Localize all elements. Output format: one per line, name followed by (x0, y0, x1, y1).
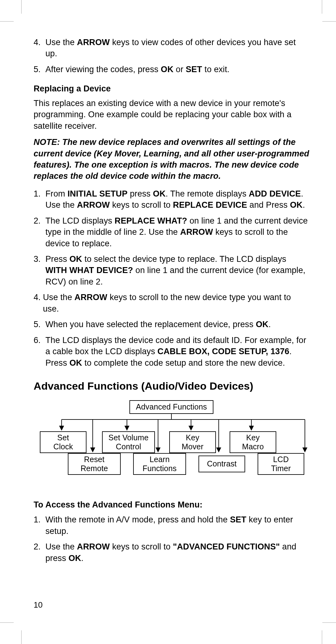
crop-mark (21, 0, 22, 14)
list-number: 1. (34, 514, 41, 525)
list-item: 4.Use the ARROW keys to scroll to the ne… (34, 292, 309, 314)
crop-mark (322, 0, 322, 14)
diagram-box-root: Advanced Functions (129, 400, 213, 414)
list-item: 3.Press OK to select the device type to … (34, 253, 309, 287)
crop-mark (322, 21, 336, 22)
heading-access-menu: To Access the Advanced Functions Menu: (34, 499, 309, 510)
list-item: 2.Use the ARROW keys to scroll to "ADVAN… (34, 541, 309, 564)
list-item: 5.When you have selected the replacement… (34, 319, 309, 330)
crop-mark (0, 21, 14, 22)
manual-page: 4.Use the ARROW keys to view codes of ot… (0, 0, 336, 644)
list-number: 5. (34, 319, 41, 330)
crop-mark (21, 630, 22, 644)
page-content: 4.Use the ARROW keys to view codes of ot… (34, 37, 309, 568)
list-item: 2.The LCD displays REPLACE WHAT? on line… (34, 215, 309, 249)
list-item: 6.The LCD displays the device code and i… (34, 335, 309, 368)
crop-mark (0, 622, 14, 623)
diagram-advanced-functions: Advanced Functions Set Clock Set Volume … (34, 400, 309, 490)
list-number: 3. (34, 253, 41, 265)
steps-list-view-codes: 4.Use the ARROW keys to view codes of ot… (34, 37, 309, 75)
paragraph-replacing-intro: This replaces an existing device with a … (34, 98, 309, 132)
diagram-box-key-macro: Key Macro (230, 431, 276, 453)
note-replace-device: NOTE: The new device replaces and overwr… (34, 137, 309, 182)
diagram-box-lcd-timer: LCD Timer (258, 453, 304, 475)
page-number: 10 (34, 600, 43, 610)
diagram-box-set-clock: Set Clock (40, 431, 86, 453)
list-number: 1. (34, 188, 41, 199)
list-item: 1.With the remote in A/V mode, press and… (34, 514, 309, 537)
heading-replacing-device: Replacing a Device (34, 83, 309, 94)
list-number: 4. (34, 37, 41, 48)
crop-mark (322, 622, 336, 623)
list-item: 4.Use the ARROW keys to view codes of ot… (34, 37, 309, 59)
diagram-box-reset-remote: Reset Remote (68, 453, 121, 475)
list-item: 1.From INITIAL SETUP press OK. The remot… (34, 188, 309, 211)
list-number: 2. (34, 215, 41, 226)
steps-list-access-menu: 1.With the remote in A/V mode, press and… (34, 514, 309, 564)
list-number: 6. (34, 335, 41, 346)
list-number: 4. (34, 292, 41, 303)
steps-list-replace-device: 1.From INITIAL SETUP press OK. The remot… (34, 188, 309, 368)
list-number: 5. (34, 64, 41, 75)
crop-mark (322, 630, 322, 644)
diagram-box-key-mover: Key Mover (169, 431, 216, 453)
diagram-box-contrast: Contrast (198, 456, 245, 472)
heading-advanced-functions: Advanced Functions (Audio/Video Devices) (34, 379, 309, 393)
list-item: 5.After viewing the codes, press OK or S… (34, 64, 309, 75)
diagram-box-set-volume: Set Volume Control (102, 431, 155, 453)
list-number: 2. (34, 541, 41, 552)
diagram-box-learn-functions: Learn Functions (133, 453, 186, 475)
